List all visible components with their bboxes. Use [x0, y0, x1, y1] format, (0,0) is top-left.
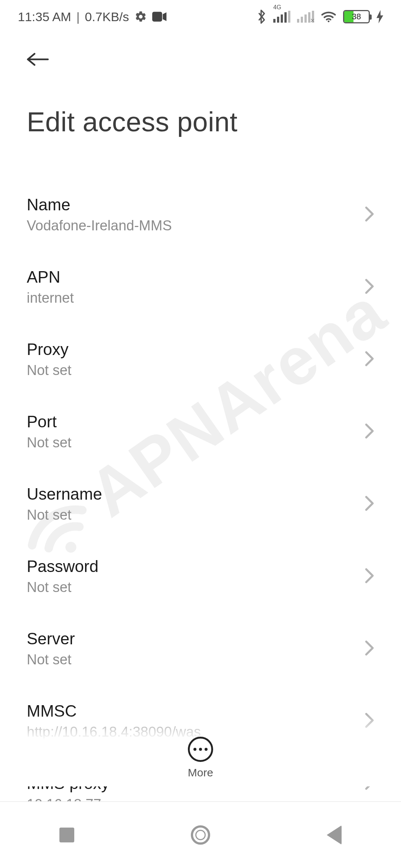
svg-rect-1 — [152, 12, 162, 22]
setting-proxy[interactable]: Proxy Not set — [27, 323, 374, 395]
signal-primary: 4G — [273, 11, 290, 23]
charging-bolt-icon — [376, 10, 383, 23]
camera-icon — [152, 11, 167, 22]
chevron-right-icon — [365, 640, 374, 658]
battery-indicator: 38 — [343, 10, 370, 23]
setting-value: Not set — [27, 652, 374, 668]
wifi-icon — [321, 10, 336, 23]
setting-value: Not set — [27, 362, 374, 378]
setting-username[interactable]: Username Not set — [27, 468, 374, 540]
setting-value: Not set — [27, 435, 374, 451]
square-icon — [59, 828, 74, 842]
chevron-right-icon — [365, 495, 374, 513]
setting-label: Proxy — [27, 340, 374, 359]
circle-icon — [191, 825, 210, 845]
setting-label: Server — [27, 629, 374, 648]
settings-gear-icon — [134, 10, 147, 23]
triangle-left-icon — [327, 825, 342, 845]
signal-4g-label: 4G — [273, 4, 281, 11]
setting-value: Not set — [27, 507, 374, 523]
status-time: 11:35 AM — [18, 10, 71, 24]
setting-value: Not set — [27, 579, 374, 595]
more-button-area: More — [0, 714, 401, 786]
bluetooth-icon — [257, 10, 267, 24]
more-dots-icon — [193, 748, 208, 751]
setting-label: Name — [27, 195, 374, 214]
signal-secondary: ✕ — [297, 11, 314, 23]
status-bar: 11:35 AM | 0.7KB/s 4G ✕ — [0, 0, 401, 33]
setting-label: Password — [27, 557, 374, 576]
signal-disabled-x-icon: ✕ — [310, 17, 315, 24]
svg-point-2 — [328, 20, 330, 22]
chevron-right-icon — [365, 568, 374, 585]
system-nav-bar — [0, 801, 401, 868]
arrow-left-icon — [27, 51, 49, 68]
setting-value: Vodafone-Ireland-MMS — [27, 218, 374, 234]
nav-recent-apps-button[interactable] — [56, 824, 78, 846]
setting-apn[interactable]: APN internet — [27, 251, 374, 323]
chevron-right-icon — [365, 278, 374, 296]
setting-password[interactable]: Password Not set — [27, 540, 374, 612]
nav-back-button[interactable] — [323, 824, 345, 846]
setting-label: Port — [27, 412, 374, 431]
setting-value: internet — [27, 290, 374, 306]
status-data-rate: 0.7KB/s — [85, 10, 129, 24]
setting-name[interactable]: Name Vodafone-Ireland-MMS — [27, 178, 374, 251]
more-label: More — [188, 766, 213, 779]
chevron-right-icon — [365, 351, 374, 368]
nav-home-button[interactable] — [189, 824, 212, 846]
setting-port[interactable]: Port Not set — [27, 395, 374, 468]
page-title: Edit access point — [27, 106, 374, 138]
chevron-right-icon — [365, 423, 374, 441]
status-separator: | — [76, 10, 80, 24]
chevron-right-icon — [365, 206, 374, 224]
setting-label: Username — [27, 485, 374, 503]
setting-label: APN — [27, 268, 374, 286]
setting-server[interactable]: Server Not set — [27, 612, 374, 685]
back-button[interactable] — [27, 48, 49, 70]
battery-percent-text: 38 — [344, 12, 369, 22]
more-button[interactable] — [188, 737, 213, 762]
